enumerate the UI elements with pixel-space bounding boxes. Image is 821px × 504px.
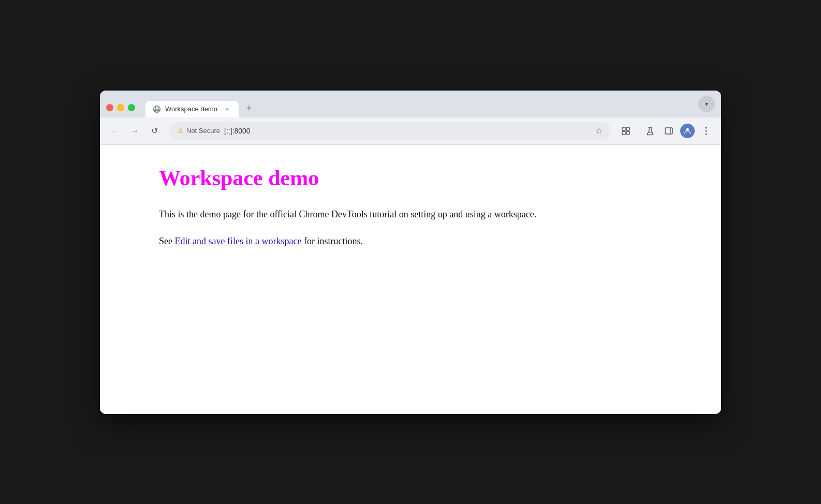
- svg-rect-5: [622, 127, 625, 130]
- close-traffic-light[interactable]: [106, 104, 113, 111]
- reload-icon: ↺: [151, 126, 158, 136]
- extensions-icon: [621, 126, 631, 136]
- link-paragraph: See Edit and save files in a workspace f…: [159, 234, 700, 249]
- extensions-button[interactable]: [617, 122, 635, 140]
- title-bar: Workspace demo × + ▾: [100, 91, 721, 117]
- back-icon: ←: [111, 126, 119, 136]
- svg-rect-9: [665, 128, 672, 134]
- window-controls-right: ▾: [698, 96, 715, 117]
- omnibox[interactable]: ⚠ Not Secure [::]:8000 ☆: [169, 122, 611, 140]
- new-tab-button[interactable]: +: [241, 101, 257, 117]
- bookmark-star-icon[interactable]: ☆: [595, 126, 603, 136]
- devtools-lab-button[interactable]: [641, 122, 659, 140]
- user-icon: [683, 127, 692, 135]
- toolbar: ← → ↺ ⚠ Not Secure [::]:8000 ☆: [100, 117, 721, 145]
- forward-icon: →: [130, 126, 139, 136]
- toolbar-actions: [617, 122, 715, 140]
- more-menu-icon: [701, 126, 711, 136]
- chevron-down-icon: ▾: [705, 100, 708, 108]
- svg-point-14: [706, 133, 707, 135]
- instructions-text: for instructions.: [301, 236, 363, 246]
- lab-icon: [645, 126, 655, 136]
- traffic-lights: [106, 104, 143, 117]
- svg-rect-8: [626, 131, 629, 135]
- description-text: This is the demo page for the official C…: [159, 209, 536, 219]
- back-button[interactable]: ←: [106, 122, 124, 140]
- sidebar-icon: [664, 126, 674, 136]
- maximize-traffic-light[interactable]: [128, 104, 135, 111]
- url-text: [::]:8000: [224, 127, 591, 135]
- svg-point-12: [706, 127, 707, 128]
- page-heading: Workspace demo: [159, 166, 700, 190]
- security-warning-icon: ⚠: [178, 127, 184, 135]
- security-indicator: ⚠ Not Secure: [178, 127, 220, 135]
- page-body: This is the demo page for the official C…: [159, 207, 700, 249]
- browser-window: Workspace demo × + ▾ ← → ↺ ⚠ Not Secure: [100, 91, 721, 414]
- page-content: Workspace demo This is the demo page for…: [100, 145, 721, 414]
- security-label: Not Secure: [186, 127, 220, 135]
- tab-bar: Workspace demo × +: [145, 101, 696, 117]
- toolbar-divider: [638, 126, 638, 136]
- tab-close-button[interactable]: ×: [223, 105, 231, 113]
- active-tab[interactable]: Workspace demo ×: [145, 101, 239, 117]
- description-paragraph: This is the demo page for the official C…: [159, 207, 700, 222]
- tab-search-button[interactable]: ▾: [698, 96, 715, 112]
- menu-button[interactable]: [697, 122, 715, 140]
- svg-rect-6: [626, 127, 629, 130]
- workspace-link[interactable]: Edit and save files in a workspace: [175, 236, 302, 246]
- sidebar-button[interactable]: [660, 122, 678, 140]
- reload-button[interactable]: ↺: [145, 122, 163, 140]
- profile-button[interactable]: [679, 122, 696, 140]
- forward-button[interactable]: →: [126, 122, 143, 140]
- svg-rect-7: [622, 131, 625, 135]
- svg-point-13: [706, 130, 707, 131]
- see-text: See: [159, 236, 175, 246]
- profile-avatar: [680, 124, 695, 138]
- tab-title: Workspace demo: [165, 105, 219, 113]
- minimize-traffic-light[interactable]: [117, 104, 124, 111]
- globe-icon: [153, 105, 161, 113]
